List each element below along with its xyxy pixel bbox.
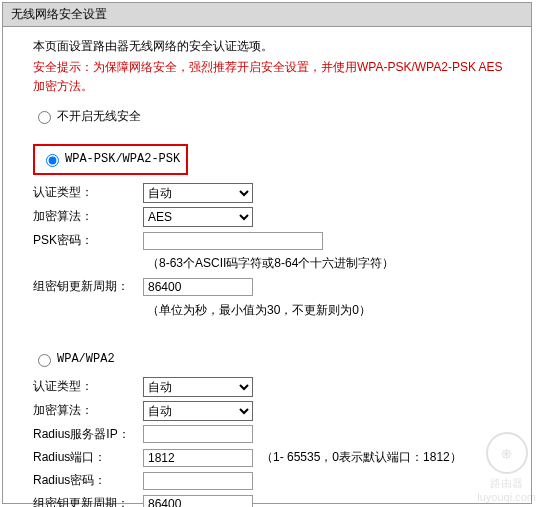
radio-wpapsk[interactable]: [46, 154, 59, 167]
label-wpa-enc: 加密算法：: [33, 401, 143, 420]
row-psk: PSK密码：: [33, 231, 511, 250]
label-radius-pw: Radius密码：: [33, 471, 143, 490]
label-enc-algo: 加密算法：: [33, 207, 143, 226]
highlight-wpapsk: WPA-PSK/WPA2-PSK: [33, 144, 188, 175]
security-warning: 安全提示：为保障网络安全，强烈推荐开启安全设置，并使用WPA-PSK/WPA2-…: [33, 58, 511, 96]
row-wpapsk-gk: 组密钥更新周期：: [33, 277, 511, 296]
radio-nosecurity[interactable]: [38, 111, 51, 124]
intro-text: 本页面设置路由器无线网络的安全认证选项。: [33, 37, 511, 56]
radio-wpa[interactable]: [38, 354, 51, 367]
input-wpapsk-groupkey[interactable]: [143, 278, 253, 296]
radio-wpapsk-label: WPA-PSK/WPA2-PSK: [65, 150, 180, 169]
radio-row-nosecurity: 不开启无线安全: [33, 107, 511, 126]
panel-title: 无线网络安全设置: [3, 3, 531, 27]
row-wpapsk-auth: 认证类型： 自动: [33, 183, 511, 203]
label-radius-port: Radius端口：: [33, 448, 143, 467]
row-radius-pw: Radius密码：: [33, 471, 511, 490]
label-auth-type: 认证类型：: [33, 183, 143, 202]
row-wpa-auth: 认证类型： 自动: [33, 377, 511, 397]
row-wpa-enc: 加密算法： 自动: [33, 401, 511, 421]
row-radius-ip: Radius服务器IP：: [33, 425, 511, 444]
hint-wpapsk-gk: （单位为秒，最小值为30，不更新则为0）: [147, 301, 511, 320]
select-wpapsk-auth[interactable]: 自动: [143, 183, 253, 203]
input-radius-ip[interactable]: [143, 425, 253, 443]
label-wpa-gk: 组密钥更新周期：: [33, 494, 143, 507]
input-wpa-groupkey[interactable]: [143, 495, 253, 507]
select-wpapsk-enc[interactable]: AES: [143, 207, 253, 227]
select-wpa-enc[interactable]: 自动: [143, 401, 253, 421]
label-psk: PSK密码：: [33, 231, 143, 250]
radio-wpa-label: WPA/WPA2: [57, 350, 115, 369]
hint-psk: （8-63个ASCII码字符或8-64个十六进制字符）: [147, 254, 511, 273]
input-psk-password[interactable]: [143, 232, 323, 250]
row-wpapsk-enc: 加密算法： AES: [33, 207, 511, 227]
settings-panel: 无线网络安全设置 本页面设置路由器无线网络的安全认证选项。 安全提示：为保障网络…: [2, 2, 532, 504]
select-wpa-auth[interactable]: 自动: [143, 377, 253, 397]
label-radius-ip: Radius服务器IP：: [33, 425, 143, 444]
radio-nosecurity-label: 不开启无线安全: [57, 107, 141, 126]
radio-row-wpa: WPA/WPA2: [33, 350, 511, 369]
row-radius-port: Radius端口： （1- 65535，0表示默认端口：1812）: [33, 448, 511, 467]
row-wpa-gk: 组密钥更新周期：: [33, 494, 511, 507]
label-wpa-auth: 认证类型：: [33, 377, 143, 396]
label-groupkey: 组密钥更新周期：: [33, 277, 143, 296]
input-radius-port[interactable]: [143, 449, 253, 467]
hint-radius-port: （1- 65535，0表示默认端口：1812）: [261, 448, 462, 467]
panel-body: 本页面设置路由器无线网络的安全认证选项。 安全提示：为保障网络安全，强烈推荐开启…: [3, 27, 531, 507]
input-radius-pw[interactable]: [143, 472, 253, 490]
